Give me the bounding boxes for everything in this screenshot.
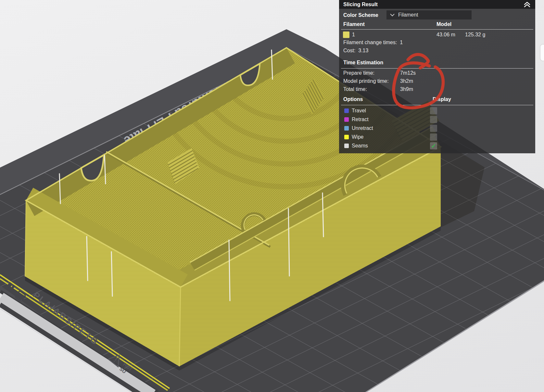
seams-color-swatch	[344, 144, 349, 148]
filament-swatch	[343, 32, 349, 38]
panel-title: Slicing Result	[343, 2, 378, 7]
wipe-color-swatch	[344, 135, 349, 139]
total-time-label: Total time:	[343, 86, 367, 92]
time-estimation-title: Time Estimation	[343, 60, 383, 66]
option-row-wipe: Wipe	[344, 133, 363, 141]
options-title: Options	[343, 96, 363, 102]
prepare-time-label: Prepare time:	[343, 70, 374, 76]
seams-display-checkbox[interactable]: ✓	[430, 142, 437, 149]
option-row-unretract: Unretract	[344, 125, 373, 132]
option-row-retract: Retract	[344, 116, 369, 123]
color-scheme-dropdown[interactable]: Filament	[386, 10, 472, 19]
wipe-display-checkbox[interactable]: ✓	[430, 133, 437, 141]
slicing-result-panel: Slicing Result Color Scheme Filament Fil…	[339, 0, 535, 153]
filament-weight: 125.32 g	[465, 32, 485, 38]
color-scheme-label: Color Scheme	[343, 12, 378, 18]
display-title: Display	[433, 96, 451, 102]
chevron-down-icon	[390, 13, 395, 17]
filament-column-header: Filament	[343, 21, 365, 27]
divider	[341, 105, 533, 105]
filament-change-times: Filament change times: 1	[343, 40, 403, 45]
panel-header: Slicing Result	[339, 0, 535, 9]
prepare-time-value: 7m12s	[400, 70, 416, 76]
divider	[341, 29, 533, 30]
cost-row: Cost: 3.13	[343, 48, 368, 54]
model-printing-time-label: Model printing time:	[343, 78, 389, 84]
total-time-value: 3h9m	[400, 86, 413, 92]
travel-color-swatch	[344, 108, 349, 113]
travel-display-checkbox[interactable]: ✓	[430, 107, 437, 114]
retract-display-checkbox[interactable]: ✓	[430, 116, 437, 123]
model-column-header: Model	[436, 21, 451, 27]
collapse-panel-icon[interactable]	[524, 1, 531, 8]
right-scroll-pill[interactable]	[540, 44, 544, 61]
model-printing-time-value: 3h2m	[400, 78, 413, 84]
filament-length: 43.06 m	[436, 32, 455, 38]
color-scheme-value: Filament	[398, 12, 418, 18]
option-row-travel: Travel	[344, 107, 366, 114]
filament-id: 1	[352, 32, 355, 38]
divider	[341, 68, 533, 69]
retract-color-swatch	[344, 117, 349, 122]
option-row-seams: Seams	[344, 142, 368, 149]
viewport: Bambu Textured PEI Plate PLA/ABS/PETG	[0, 0, 544, 392]
unretract-display-checkbox[interactable]: ✓	[430, 125, 437, 132]
unretract-color-swatch	[344, 126, 349, 131]
